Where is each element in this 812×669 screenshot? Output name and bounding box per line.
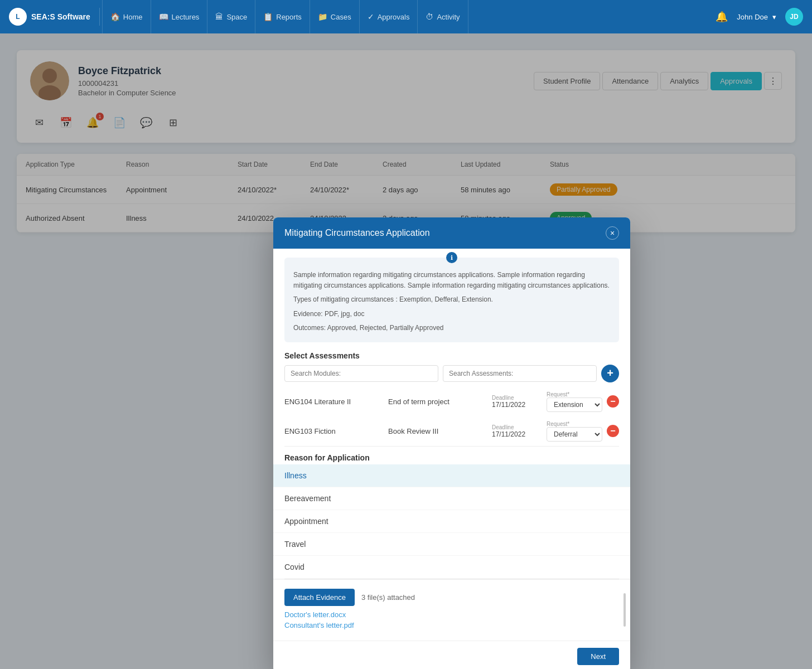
- brand: L SEA:S Software: [9, 8, 100, 26]
- deadline-group-1: Deadline 17/11/2022: [492, 424, 542, 438]
- request-select-1[interactable]: Deferral Extension Exemption: [547, 427, 602, 442]
- notification-bell[interactable]: 🔔: [716, 11, 728, 23]
- assessment-row-1: ENG103 Fiction Book Review III Deadline …: [273, 416, 630, 446]
- assessment-task-0: End of term project: [388, 397, 487, 406]
- reason-item-appointment[interactable]: Appointment: [273, 510, 630, 533]
- nav-item-lectures[interactable]: 📖 Lectures: [151, 0, 208, 33]
- search-assessments-input[interactable]: [443, 365, 597, 382]
- request-group-0: Request* Extension Deferral Exemption: [547, 391, 602, 412]
- file-count: 3 file(s) attached: [361, 593, 415, 602]
- file-list: Doctor's letter.docx Consultant's letter…: [284, 610, 619, 629]
- file-link-1[interactable]: Consultant's letter.pdf: [284, 621, 619, 629]
- info-main-text: Sample information regarding mitigating …: [293, 270, 610, 291]
- reason-item-travel[interactable]: Travel: [273, 533, 630, 556]
- activity-icon: ⏱: [426, 12, 433, 21]
- info-outcomes: Outcomes: Approved, Rejected, Partially …: [293, 323, 610, 333]
- info-evidence: Evidence: PDF, jpg, doc: [293, 309, 610, 319]
- navbar: L SEA:S Software 🏠 Home 📖 Lectures 🏛 Spa…: [0, 0, 812, 33]
- nav-right: 🔔 John Doe ▾ JD: [716, 8, 803, 26]
- reason-section: Reason for Application Illness Bereaveme…: [273, 447, 630, 579]
- next-button[interactable]: Next: [577, 648, 619, 665]
- user-avatar[interactable]: JD: [785, 8, 803, 26]
- nav-item-cases[interactable]: 📁 Cases: [310, 0, 360, 33]
- nav-item-space[interactable]: 🏛 Space: [207, 0, 255, 33]
- assessment-module-1: ENG103 Fiction: [284, 427, 384, 435]
- request-label-1: Request*: [547, 421, 602, 427]
- request-select-0[interactable]: Extension Deferral Exemption: [547, 397, 602, 412]
- nav-item-activity[interactable]: ⏱ Activity: [418, 0, 468, 33]
- select-assessments-label: Select Assessments: [273, 351, 630, 360]
- info-box: ℹ Sample information regarding mitigatin…: [284, 258, 619, 342]
- modal: Mitigating Circumstances Application × ℹ…: [273, 217, 630, 669]
- info-icon: ℹ: [446, 252, 457, 263]
- deadline-value-1: 17/11/2022: [492, 430, 542, 438]
- main-content: Boyce Fitzpatrick 1000004231 Bachelor in…: [0, 33, 812, 669]
- search-modules-input[interactable]: [284, 365, 438, 382]
- approvals-icon: ✓: [368, 12, 374, 21]
- modal-header: Mitigating Circumstances Application ×: [273, 217, 630, 249]
- remove-assessment-1[interactable]: −: [607, 425, 619, 437]
- modal-title: Mitigating Circumstances Application: [284, 228, 430, 238]
- deadline-group-0: Deadline 17/11/2022: [492, 395, 542, 409]
- reports-icon: 📋: [263, 12, 273, 21]
- user-menu[interactable]: John Doe ▾: [737, 13, 776, 21]
- nav-items: 🏠 Home 📖 Lectures 🏛 Space 📋 Reports 📁 Ca…: [102, 0, 716, 33]
- cases-icon: 📁: [318, 12, 327, 21]
- request-label-0: Request*: [547, 391, 602, 397]
- assessment-row-0: ENG104 Literature II End of term project…: [273, 387, 630, 416]
- file-link-0[interactable]: Doctor's letter.docx: [284, 610, 619, 619]
- reason-item-bereavement[interactable]: Bereavement: [273, 487, 630, 510]
- attach-evidence-button[interactable]: Attach Evidence: [284, 589, 355, 606]
- reason-item-illness[interactable]: Illness: [273, 464, 630, 487]
- reason-item-covid[interactable]: Covid: [273, 556, 630, 579]
- remove-assessment-0[interactable]: −: [607, 395, 619, 408]
- home-icon: 🏠: [110, 12, 120, 21]
- scroll-indicator: [624, 593, 626, 627]
- nav-item-reports[interactable]: 📋 Reports: [255, 0, 310, 33]
- modal-footer: Next: [273, 641, 630, 669]
- deadline-label-0: Deadline: [492, 395, 542, 401]
- request-group-1: Request* Deferral Extension Exemption: [547, 421, 602, 442]
- brand-logo: L: [9, 8, 27, 26]
- add-assessment-button[interactable]: +: [601, 365, 619, 382]
- search-row: +: [273, 365, 630, 382]
- evidence-header: Attach Evidence 3 file(s) attached: [284, 589, 619, 606]
- modal-close-button[interactable]: ×: [606, 226, 619, 240]
- assessment-module-0: ENG104 Literature II: [284, 397, 384, 406]
- reason-title: Reason for Application: [273, 453, 630, 462]
- info-types: Types of mitigating circumstances : Exem…: [293, 294, 610, 305]
- evidence-section: Attach Evidence 3 file(s) attached Docto…: [273, 579, 630, 641]
- brand-name: SEA:S Software: [31, 12, 90, 21]
- deadline-value-0: 17/11/2022: [492, 401, 542, 409]
- assessment-task-1: Book Review III: [388, 427, 487, 435]
- space-icon: 🏛: [215, 12, 223, 21]
- reason-list: Illness Bereavement Appointment Travel C…: [273, 464, 630, 579]
- nav-item-approvals[interactable]: ✓ Approvals: [360, 0, 418, 33]
- modal-body: ℹ Sample information regarding mitigatin…: [273, 249, 630, 641]
- deadline-label-1: Deadline: [492, 424, 542, 430]
- nav-item-home[interactable]: 🏠 Home: [102, 0, 151, 33]
- lectures-icon: 📖: [159, 12, 168, 21]
